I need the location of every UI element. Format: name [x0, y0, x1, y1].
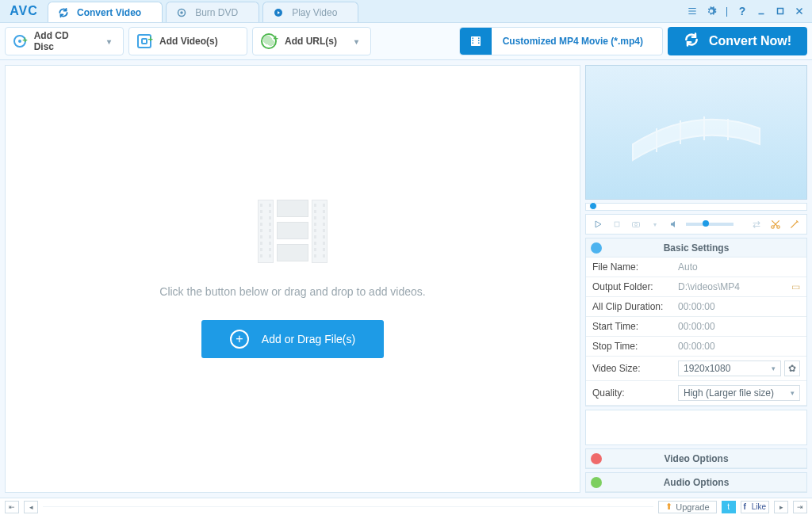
empty-state-text: Click the button below or drag and drop … [159, 285, 425, 298]
snapshot-icon[interactable] [629, 217, 643, 231]
tab-burn-dvd[interactable]: Burn DVD [166, 2, 259, 22]
play-icon [273, 7, 284, 18]
video-icon [591, 453, 602, 464]
setting-label: Quality: [586, 381, 672, 406]
list-first-icon[interactable]: ⇤ [5, 501, 19, 513]
volume-icon[interactable] [667, 217, 681, 231]
preview-area [585, 65, 807, 200]
plus-circle-icon: + [230, 330, 249, 349]
minimize-icon[interactable] [755, 5, 768, 17]
add-or-drag-files-button[interactable]: + Add or Drag File(s) [201, 320, 384, 358]
setting-row-clip-duration: All Clip Duration: 00:00:00 [586, 297, 806, 317]
upgrade-arrow-icon: ⬆ [665, 502, 672, 512]
setting-row-start-time: Start Time: 00:00:00 [586, 317, 806, 337]
button-label: Add Video(s) [159, 36, 218, 47]
menu-icon[interactable] [686, 5, 699, 17]
gear-icon[interactable] [705, 5, 718, 17]
setting-value-file-name[interactable]: Auto [672, 258, 806, 277]
button-label: Add URL(s) [285, 36, 337, 47]
setting-row-file-name: File Name: Auto [586, 258, 806, 277]
status-bar: ⇤ ◂ ⬆ Upgrade t f Like ▸ ⇥ [0, 498, 812, 515]
cut-icon[interactable] [768, 217, 783, 231]
chevron-down-icon[interactable] [350, 36, 362, 47]
link-icon[interactable]: ⇄ [749, 217, 764, 231]
setting-row-output-folder: Output Folder: D:\videos\MP4 ▭ [586, 277, 806, 297]
add-cd-disc-button[interactable]: + Add CD Disc [5, 27, 124, 55]
svg-point-17 [635, 223, 638, 226]
quality-select[interactable]: High (Larger file size) [678, 385, 800, 401]
volume-slider[interactable] [686, 223, 733, 226]
refresh-icon [58, 7, 69, 18]
filmstrip-illustration-icon [625, 97, 768, 168]
preview-controls: ▾ ⇄ [585, 214, 807, 235]
upgrade-button[interactable]: ⬆ Upgrade [658, 501, 716, 513]
setting-label: Stop Time: [586, 337, 672, 357]
setting-row-video-size: Video Size: 1920x1080 ✿ [586, 357, 806, 381]
video-size-gear-icon[interactable]: ✿ [784, 360, 800, 376]
main-body: Click the button below or drag and drop … [0, 60, 812, 498]
filmstrip-icon [460, 28, 492, 55]
help-icon[interactable]: ? [736, 5, 749, 17]
convert-now-button[interactable]: Convert Now! [668, 27, 807, 55]
setting-label: Video Size: [586, 357, 672, 381]
magic-wand-icon[interactable] [787, 217, 802, 231]
upgrade-label: Upgrade [676, 502, 709, 512]
panel-title: Audio Options [664, 477, 730, 488]
svg-rect-6 [472, 40, 473, 42]
facebook-like-button[interactable]: f Like [741, 501, 769, 513]
close-icon[interactable] [793, 5, 806, 17]
panel-header-basic[interactable]: Basic Settings [586, 238, 806, 258]
maximize-icon[interactable] [774, 5, 787, 17]
list-next-icon[interactable]: ▸ [774, 501, 788, 513]
preview-seek-slider[interactable] [585, 203, 807, 211]
tab-label: Convert Video [77, 7, 141, 18]
output-folder-path[interactable]: D:\videos\MP4 [678, 281, 788, 292]
basic-settings-panel: Basic Settings File Name: Auto Output Fo… [585, 238, 807, 406]
panel-title: Basic Settings [664, 242, 730, 254]
stop-icon[interactable] [610, 217, 624, 231]
button-label: Add or Drag File(s) [262, 333, 355, 345]
right-pane: ▾ ⇄ Basic Settings File Name: Auto Outpu… [585, 65, 807, 493]
video-plus-icon: + [137, 34, 151, 48]
setting-value: 00:00:00 [672, 297, 806, 317]
panel-title: Video Options [664, 453, 728, 464]
setting-row-quality: Quality: High (Larger file size) [586, 381, 806, 406]
chevron-down-icon[interactable]: ▾ [648, 217, 662, 231]
setting-row-stop-time: Stop Time: 00:00:00 [586, 337, 806, 357]
audio-options-panel[interactable]: Audio Options [585, 472, 807, 493]
video-list-pane[interactable]: Click the button below or drag and drop … [5, 65, 580, 493]
list-last-icon[interactable]: ⇥ [793, 501, 807, 513]
svg-rect-16 [633, 223, 640, 227]
settings-spacer [585, 410, 807, 445]
folder-icon[interactable]: ▭ [791, 281, 800, 292]
tab-label: Burn DVD [195, 7, 238, 18]
format-label: Customized MP4 Movie (*.mp4) [503, 36, 643, 47]
setting-label: File Name: [586, 258, 672, 277]
setting-label: All Clip Duration: [586, 297, 672, 317]
disc-plus-icon: + [13, 35, 26, 48]
svg-rect-3 [778, 9, 783, 14]
setting-value[interactable]: 00:00:00 [672, 337, 806, 357]
setting-value[interactable]: 00:00:00 [672, 317, 806, 337]
main-tabs: Convert Video Burn DVD Play Video [48, 0, 686, 22]
add-urls-button[interactable]: + Add URL(s) [252, 27, 371, 55]
empty-filmstrip-icon [258, 200, 327, 263]
refresh-icon [684, 32, 699, 51]
video-size-select[interactable]: 1920x1080 [678, 360, 781, 376]
chevron-down-icon[interactable] [102, 36, 115, 47]
button-label: Add CD Disc [34, 30, 90, 52]
twitter-icon[interactable]: t [722, 501, 736, 513]
tab-convert-video[interactable]: Convert Video [48, 2, 163, 22]
button-label: Convert Now! [709, 34, 791, 48]
list-prev-icon[interactable]: ◂ [24, 501, 38, 513]
svg-rect-5 [472, 38, 473, 40]
window-controls: | ? [686, 0, 812, 22]
svg-rect-15 [615, 222, 619, 227]
play-icon[interactable] [591, 217, 605, 231]
tab-play-video[interactable]: Play Video [262, 2, 358, 22]
video-options-panel[interactable]: Video Options [585, 448, 807, 469]
svg-rect-10 [478, 43, 480, 44]
add-videos-button[interactable]: + Add Video(s) [128, 27, 247, 55]
toolbar: + Add CD Disc + Add Video(s) + Add URL(s… [0, 22, 812, 60]
output-format-dropdown[interactable]: Customized MP4 Movie (*.mp4) [459, 27, 663, 55]
